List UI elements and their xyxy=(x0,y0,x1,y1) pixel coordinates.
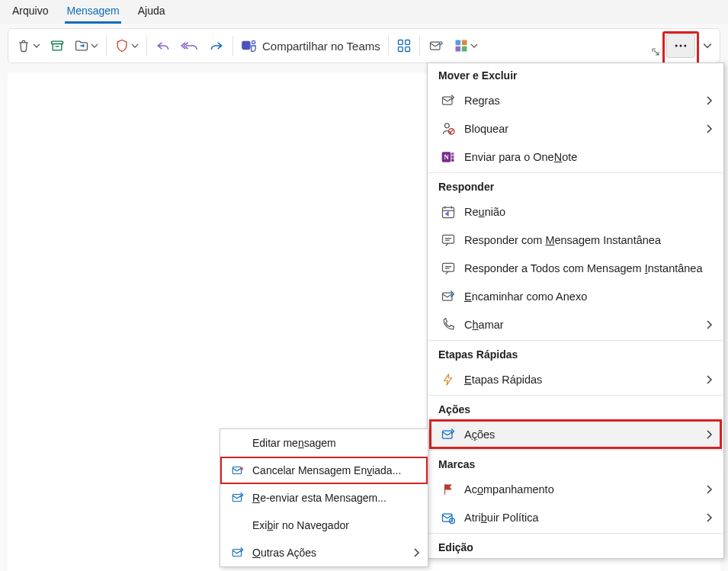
menu-label: Atribuir Política xyxy=(464,512,705,524)
menu-followup[interactable]: Acompanhamento xyxy=(428,475,723,503)
onenote-icon: N xyxy=(438,149,458,165)
separator xyxy=(428,340,723,341)
submenu-label: Outras Ações xyxy=(252,547,412,559)
svg-point-3 xyxy=(252,40,255,43)
menu-quick-steps[interactable]: Etapas Rápidas xyxy=(428,365,723,393)
menu-call[interactable]: Chamar xyxy=(428,310,723,338)
report-button[interactable] xyxy=(110,34,143,58)
overflow-menu: Mover e Excluir Regras Bloquear N xyxy=(427,63,724,559)
svg-point-15 xyxy=(684,45,686,47)
submenu-recall-message[interactable]: Cancelar Mensagem Enviada... xyxy=(220,457,428,484)
flag-icon xyxy=(438,482,458,497)
read-unread-button[interactable] xyxy=(423,34,449,58)
svg-text:N: N xyxy=(444,153,449,161)
menu-reply-im[interactable]: Responder com Mensagem Instantânea xyxy=(428,226,723,254)
section-actions: Ações xyxy=(428,397,723,420)
svg-rect-26 xyxy=(443,263,454,271)
svg-rect-7 xyxy=(405,47,409,52)
chevron-right-icon xyxy=(705,124,713,133)
menu-label: Bloquear xyxy=(464,123,705,135)
chevron-right-icon xyxy=(705,513,713,522)
reply-icon xyxy=(155,38,172,53)
archive-icon xyxy=(50,38,65,53)
tab-message[interactable]: Mensagem xyxy=(65,2,120,24)
menu-block[interactable]: Bloquear xyxy=(428,114,723,143)
resend-icon xyxy=(228,491,248,505)
svg-rect-11 xyxy=(455,47,460,52)
svg-point-14 xyxy=(680,45,682,47)
submenu-other-actions[interactable]: Outras Ações xyxy=(220,539,428,566)
im-reply-icon xyxy=(438,233,458,248)
separator xyxy=(428,450,723,451)
svg-rect-29 xyxy=(443,514,453,521)
chevron-down-icon xyxy=(131,42,139,50)
toolbar-options-button[interactable] xyxy=(698,34,717,58)
dialog-launcher-icon[interactable] xyxy=(651,47,660,56)
overflow-button[interactable] xyxy=(666,34,695,58)
delete-button[interactable] xyxy=(11,34,45,58)
svg-rect-21 xyxy=(451,152,454,155)
menubar: Arquivo Mensagem Ajuda xyxy=(0,0,728,24)
other-actions-icon xyxy=(228,546,248,560)
svg-rect-22 xyxy=(451,156,454,158)
menu-label: Ações xyxy=(464,428,705,441)
tab-help[interactable]: Ajuda xyxy=(136,2,167,24)
move-folder-icon xyxy=(74,38,89,53)
svg-rect-0 xyxy=(52,41,63,43)
submenu-view-browser[interactable]: Exibir no Navegador xyxy=(220,512,428,539)
svg-rect-5 xyxy=(405,40,409,45)
svg-rect-28 xyxy=(443,431,453,438)
menu-label: Encaminhar como Anexo xyxy=(464,290,713,303)
apps-button[interactable] xyxy=(392,34,416,58)
menu-label: Responder com Mensagem Instantânea xyxy=(464,234,713,246)
menu-rules[interactable]: Regras xyxy=(428,86,723,114)
phone-icon xyxy=(438,317,458,332)
menu-actions[interactable]: Ações xyxy=(428,420,723,448)
svg-rect-32 xyxy=(233,495,241,502)
separator xyxy=(388,36,389,56)
menu-label: Responder a Todos com Mensagem Instantân… xyxy=(464,262,713,274)
svg-rect-4 xyxy=(398,40,402,45)
chevron-down-icon xyxy=(470,42,478,50)
submenu-edit-message[interactable]: Editar mensagem xyxy=(220,429,428,457)
teams-share-label: Compartilhar no Teams xyxy=(262,40,380,53)
forward-attach-icon xyxy=(438,289,458,304)
menu-label: Regras xyxy=(464,95,705,107)
categorize-button[interactable] xyxy=(449,34,483,58)
actions-submenu: Editar mensagem Cancelar Mensagem Enviad… xyxy=(220,428,428,567)
svg-rect-10 xyxy=(462,40,467,46)
more-dots-icon xyxy=(672,38,689,53)
chevron-down-icon xyxy=(703,41,712,50)
menu-meeting[interactable]: Reunião xyxy=(428,197,723,226)
separator xyxy=(106,36,107,56)
menu-policy[interactable]: Atribuir Política xyxy=(428,503,723,531)
reply-all-button[interactable] xyxy=(176,34,204,58)
forward-button[interactable] xyxy=(204,34,229,58)
chevron-right-icon xyxy=(705,320,713,329)
svg-rect-6 xyxy=(398,47,402,52)
archive-button[interactable] xyxy=(45,34,69,58)
separator xyxy=(233,36,233,56)
submenu-resend-message[interactable]: Re-enviar esta Mensagem... xyxy=(220,484,428,512)
menu-label: Reunião xyxy=(464,206,713,218)
teams-share-button[interactable]: T Compartilhar no Teams xyxy=(236,34,385,58)
svg-point-17 xyxy=(444,123,449,127)
section-tags: Marcas xyxy=(428,452,723,475)
svg-rect-8 xyxy=(430,42,440,50)
menu-reply-all-im[interactable]: Responder a Todos com Mensagem Instantân… xyxy=(428,254,723,282)
categorize-icon xyxy=(454,38,469,53)
svg-rect-9 xyxy=(455,40,460,46)
svg-rect-31 xyxy=(233,467,241,474)
block-icon xyxy=(438,121,458,136)
svg-point-13 xyxy=(675,45,678,47)
move-button[interactable] xyxy=(69,34,103,58)
chevron-down-icon xyxy=(33,42,40,50)
menu-forward-attach[interactable]: Encaminhar como Anexo xyxy=(428,282,723,310)
menu-onenote[interactable]: N Enviar para o OneNote xyxy=(428,143,723,171)
toolbar: T Compartilhar no Teams xyxy=(8,28,720,63)
chevron-right-icon xyxy=(705,96,713,105)
chevron-down-icon xyxy=(91,42,98,50)
reply-button[interactable] xyxy=(150,34,176,58)
policy-icon xyxy=(438,510,458,525)
tab-file[interactable]: Arquivo xyxy=(11,2,50,24)
